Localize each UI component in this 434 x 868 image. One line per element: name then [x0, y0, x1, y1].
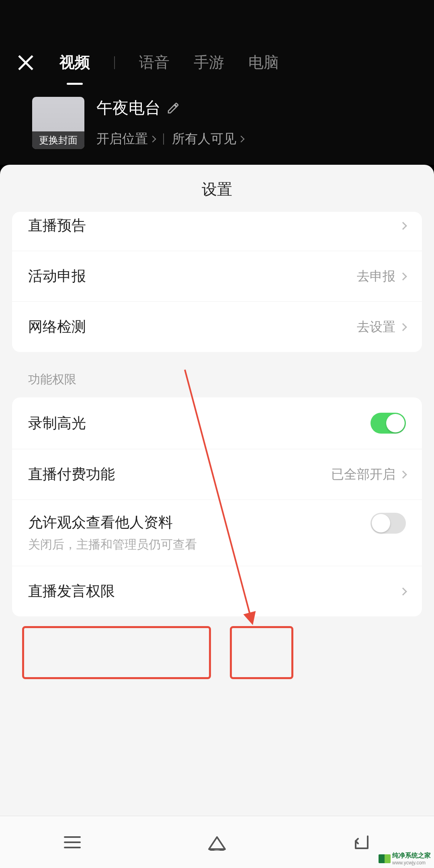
row-label: 直播发言权限 — [28, 581, 115, 601]
watermark: 纯净系统之家 www.ycwjy.com — [379, 852, 431, 866]
tab-divider — [114, 56, 115, 69]
row-subtext: 关闭后，主播和管理员仍可查看 — [28, 536, 197, 553]
stream-meta: 开启位置 所有人可见 — [96, 130, 418, 148]
row-status-text: 已全部开启 — [331, 466, 395, 483]
nav-home-button[interactable] — [205, 830, 229, 854]
close-icon[interactable] — [16, 53, 35, 72]
tab-mobile-game[interactable]: 手游 — [194, 48, 224, 77]
row-right: 去设置 — [357, 318, 406, 336]
toggle-record-highlight[interactable] — [371, 413, 406, 434]
scroll-area[interactable]: 直播预告 活动申报 去申报 网络检测 去设置 功能权限 — [0, 212, 434, 868]
row-label: 允许观众查看他人资料 — [28, 513, 197, 532]
tab-audio[interactable]: 语音 — [139, 48, 170, 77]
chevron-right-icon — [399, 323, 407, 331]
watermark-url: www.ycwjy.com — [392, 860, 431, 866]
stream-title-row[interactable]: 午夜电台 — [96, 97, 418, 119]
row-label: 直播付费功能 — [28, 465, 115, 484]
row-view-profile: 允许观众查看他人资料 关闭后，主播和管理员仍可查看 — [12, 500, 422, 566]
toggle-knob — [386, 414, 405, 432]
cover-image[interactable]: 更换封面 — [32, 97, 84, 149]
chevron-right-icon — [238, 136, 245, 143]
system-navbar — [0, 816, 434, 868]
chevron-right-icon — [399, 222, 407, 230]
stream-title: 午夜电台 — [96, 97, 161, 119]
stream-details: 午夜电台 开启位置 所有人可见 — [96, 97, 418, 148]
row-right — [400, 223, 406, 229]
row-label: 网络检测 — [28, 317, 86, 337]
toggle-knob — [372, 514, 390, 532]
settings-group-general: 直播预告 活动申报 去申报 网络检测 去设置 — [12, 212, 422, 352]
tabs: 视频 语音 手游 电脑 — [59, 48, 279, 77]
visibility-toggle[interactable]: 所有人可见 — [172, 130, 244, 148]
row-text-block: 允许观众查看他人资料 关闭后，主播和管理员仍可查看 — [28, 513, 197, 553]
settings-group-permissions: 录制高光 直播付费功能 已全部开启 允许观众查看他人资料 关闭后，主播和管理员仍… — [12, 397, 422, 616]
nav-back-button[interactable] — [350, 830, 374, 854]
header: 视频 语音 手游 电脑 — [0, 0, 434, 77]
watermark-logo-icon — [379, 854, 391, 863]
row-speak-permission[interactable]: 直播发言权限 — [12, 566, 422, 616]
tab-pc[interactable]: 电脑 — [248, 48, 279, 77]
edit-icon[interactable] — [167, 102, 180, 115]
section-label-permissions: 功能权限 — [0, 364, 434, 397]
toggle-view-profile[interactable] — [371, 513, 406, 534]
chevron-right-icon — [399, 272, 407, 280]
row-right — [400, 589, 406, 594]
chevron-right-icon — [399, 471, 407, 479]
watermark-text: 纯净系统之家 www.ycwjy.com — [392, 852, 431, 866]
chevron-right-icon — [149, 136, 156, 143]
chevron-right-icon — [399, 588, 407, 596]
panel-title: 设置 — [0, 165, 434, 212]
stream-info: 更换封面 午夜电台 开启位置 所有人可见 — [0, 77, 434, 149]
row-action-text: 去申报 — [357, 268, 395, 285]
row-right: 去申报 — [357, 268, 406, 285]
row-label: 直播预告 — [28, 216, 86, 235]
row-label: 录制高光 — [28, 414, 86, 433]
settings-panel: 设置 直播预告 活动申报 去申报 网络检测 去设置 — [0, 165, 434, 868]
location-label: 开启位置 — [96, 130, 148, 148]
watermark-brand: 纯净系统之家 — [392, 852, 431, 860]
row-paid-feature[interactable]: 直播付费功能 已全部开启 — [12, 449, 422, 500]
row-network-check[interactable]: 网络检测 去设置 — [12, 302, 422, 352]
visibility-label: 所有人可见 — [172, 130, 236, 148]
meta-divider — [163, 133, 164, 145]
row-right: 已全部开启 — [331, 466, 406, 483]
nav-menu-button[interactable] — [60, 830, 84, 854]
row-activity-report[interactable]: 活动申报 去申报 — [12, 251, 422, 302]
location-toggle[interactable]: 开启位置 — [96, 130, 155, 148]
row-label: 活动申报 — [28, 266, 86, 286]
stream-setup-top: 视频 语音 手游 电脑 更换封面 午夜电台 开启位置 — [0, 0, 434, 165]
row-live-preview[interactable]: 直播预告 — [12, 212, 422, 251]
row-record-highlight: 录制高光 — [12, 397, 422, 449]
row-action-text: 去设置 — [357, 318, 395, 336]
change-cover-label: 更换封面 — [32, 131, 84, 149]
tab-video[interactable]: 视频 — [59, 48, 90, 77]
